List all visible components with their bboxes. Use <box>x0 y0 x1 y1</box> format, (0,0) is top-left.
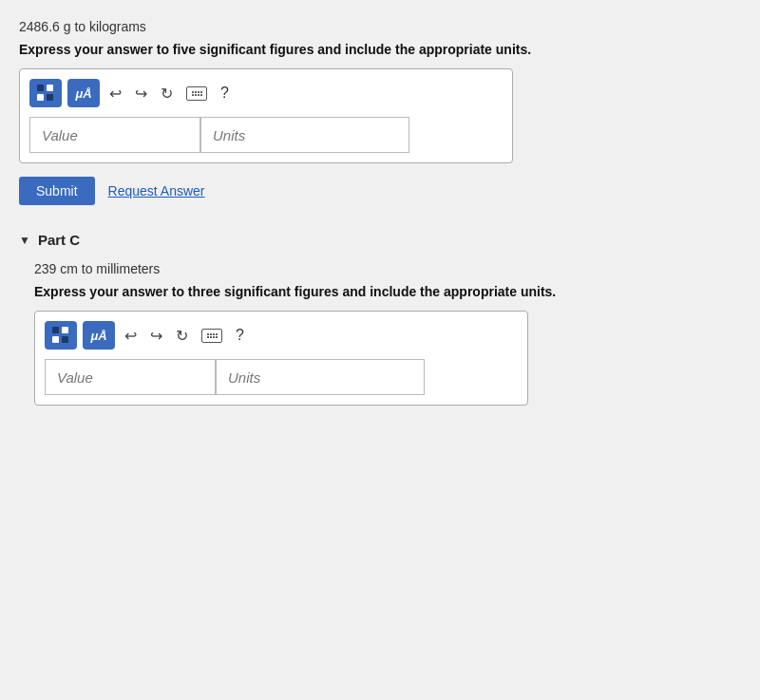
undo-button-c[interactable]: ↩ <box>121 325 141 347</box>
part-c-header: ▼ Part C <box>19 232 741 248</box>
part-b-instruction: Express your answer to five significant … <box>19 42 741 57</box>
part-c-problem-title: 239 cm to millimeters <box>34 261 741 276</box>
keyboard-button-b[interactable] <box>182 85 211 103</box>
submit-button-b[interactable]: Submit <box>19 177 95 205</box>
part-c-section: ▼ Part C 239 cm to millimeters Express y… <box>19 232 741 419</box>
redo-button-b[interactable]: ↪ <box>131 83 151 104</box>
input-row-b <box>29 117 503 153</box>
keyboard-button-c[interactable] <box>198 327 226 345</box>
part-c-content: 239 cm to millimeters Express your answe… <box>34 261 741 419</box>
help-button-b[interactable]: ? <box>217 83 233 104</box>
help-icon-c: ? <box>236 327 244 343</box>
part-b-section: 2486.6 g to kilograms Express your answe… <box>19 19 741 205</box>
grid-icon-b <box>37 85 54 102</box>
grid-icon-c <box>52 327 69 344</box>
action-row-b: Submit Request Answer <box>19 177 741 205</box>
mu-icon-c: μÅ <box>90 329 106 343</box>
grid-button-c[interactable] <box>45 321 77 350</box>
mu-icon-b: μÅ <box>75 86 91 101</box>
keyboard-icon-c <box>201 329 222 343</box>
mu-button-c[interactable]: μÅ <box>83 321 115 350</box>
refresh-button-b[interactable]: ↻ <box>157 83 177 104</box>
refresh-button-c[interactable]: ↻ <box>172 325 192 347</box>
part-b-answer-box: μÅ ↩ ↪ ↻ ? <box>19 68 513 163</box>
part-c-label: Part C <box>38 232 80 248</box>
part-b-problem-title: 2486.6 g to kilograms <box>19 19 741 34</box>
toolbar-b: μÅ ↩ ↪ ↻ ? <box>29 79 503 107</box>
request-answer-button-b[interactable]: Request Answer <box>108 183 205 199</box>
part-c-answer-box: μÅ ↩ ↪ ↻ ? <box>34 311 528 406</box>
help-button-c[interactable]: ? <box>232 325 248 346</box>
help-icon-b: ? <box>220 85 229 101</box>
redo-button-c[interactable]: ↪ <box>146 325 166 347</box>
toolbar-c: μÅ ↩ ↪ ↻ ? <box>45 321 518 350</box>
undo-button-b[interactable]: ↩ <box>105 83 125 104</box>
grid-button-b[interactable] <box>29 79 62 107</box>
input-row-c <box>45 359 518 395</box>
keyboard-icon-b <box>186 86 207 101</box>
part-c-arrow[interactable]: ▼ <box>19 234 30 247</box>
units-input-c[interactable] <box>216 359 425 395</box>
value-input-c[interactable] <box>45 359 216 395</box>
part-c-instruction: Express your answer to three significant… <box>34 284 741 299</box>
mu-button-b[interactable]: μÅ <box>67 79 100 107</box>
units-input-b[interactable] <box>200 117 409 153</box>
value-input-b[interactable] <box>29 117 200 153</box>
